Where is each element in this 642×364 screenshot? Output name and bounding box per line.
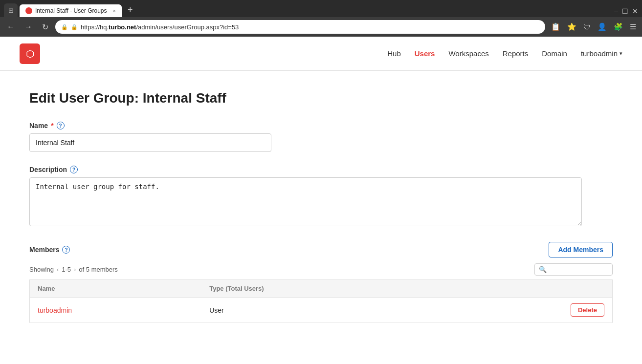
bookmark-list-icon[interactable]: 📋 [549,21,562,33]
members-label-text: Members [29,246,59,254]
nav-admin-arrow: ▾ [620,50,622,57]
lock-icon: 🔒 [71,24,78,30]
col-type-header: Type (Total Users) [201,280,442,298]
nav-admin-label: turboadmin [581,49,618,58]
required-star: * [51,122,53,129]
description-label-text: Description [29,166,67,173]
name-help-icon[interactable]: ? [57,122,65,129]
search-box[interactable]: 🔍 [534,263,613,276]
app-nav: Hub Users Workspaces Reports Domain turb… [387,49,622,58]
add-members-button[interactable]: Add Members [549,242,613,257]
search-icon: 🔍 [539,266,547,273]
app-header: ⬡ Hub Users Workspaces Reports Domain tu… [0,37,642,71]
security-icon: 🔒 [61,24,68,30]
name-label-text: Name [29,122,48,129]
member-actions-cell: Delete [442,298,612,323]
tab-close-button[interactable]: × [113,8,116,14]
shield-icon[interactable]: 🛡 [581,21,593,33]
members-subheader: Showing ‹ 1-5 › of 5 members 🔍 [29,263,613,276]
window-close-button[interactable]: ✕ [632,7,638,15]
window-maximize-button[interactable]: ☐ [622,7,628,15]
name-input[interactable] [29,133,271,152]
profile-icon[interactable]: 👤 [596,21,609,33]
member-name-link[interactable]: turboadmin [38,306,72,314]
delete-button[interactable]: Delete [571,303,604,317]
extensions-icon[interactable]: 🧩 [612,21,625,33]
col-name-header: Name [30,280,202,298]
window-minimize-button[interactable]: – [614,7,618,15]
description-textarea[interactable]: Internal user group for staff. [29,177,582,226]
description-form-group: Description ? Internal user group for st… [29,166,613,228]
address-bar[interactable]: 🔒 🔒 https://hq.turbo.net/admin/users/use… [55,20,545,34]
nav-workspaces[interactable]: Workspaces [448,49,488,58]
members-table-head: Name Type (Total Users) [30,280,613,298]
logo-icon: ⬡ [26,48,34,60]
forward-button[interactable]: → [22,21,35,33]
url-display: https://hq.turbo.net/admin/users/userGro… [81,23,239,31]
description-label: Description ? [29,166,613,173]
name-label: Name* ? [29,122,613,129]
nav-users[interactable]: Users [415,49,435,58]
members-table: Name Type (Total Users) turboadmin User … [29,279,613,323]
members-section: Members ? Add Members Showing ‹ 1-5 › of… [29,242,613,323]
browser-toolbar: ← → ↻ 🔒 🔒 https://hq.turbo.net/admin/use… [0,17,642,37]
tab-grid-icon[interactable]: ⊞ [4,3,18,17]
app-logo[interactable]: ⬡ [20,43,40,64]
showing-prefix: Showing [29,266,54,273]
new-tab-button[interactable]: + [124,3,137,17]
tab-title: Internal Staff - User Groups [35,7,107,14]
toolbar-icons: 📋 ⭐ 🛡 👤 🧩 ☰ [549,21,638,33]
active-tab[interactable]: Internal Staff - User Groups × [20,4,122,17]
pagination-next[interactable]: › [73,266,77,273]
nav-reports[interactable]: Reports [503,49,529,58]
star-icon[interactable]: ⭐ [565,21,578,33]
page-title: Edit User Group: Internal Staff [29,90,613,106]
refresh-button[interactable]: ↻ [39,21,51,34]
col-actions-header [442,280,612,298]
nav-domain[interactable]: Domain [542,49,567,58]
members-header: Members ? Add Members [29,242,613,257]
member-name-cell: turboadmin [30,298,202,323]
main-content: Edit User Group: Internal Staff Name* ? … [0,71,642,356]
showing-text: Showing ‹ 1-5 › of 5 members [29,266,118,273]
search-input[interactable] [550,266,608,273]
table-row: turboadmin User Delete [30,298,613,323]
nav-hub[interactable]: Hub [387,49,401,58]
showing-range: 1-5 [62,266,71,273]
members-label: Members ? [29,246,70,254]
pagination-prev[interactable]: ‹ [56,266,60,273]
menu-icon[interactable]: ☰ [628,21,638,33]
back-button[interactable]: ← [4,21,18,33]
members-table-header-row: Name Type (Total Users) [30,280,613,298]
showing-suffix: of 5 members [79,266,117,273]
members-table-body: turboadmin User Delete [30,298,613,323]
description-help-icon[interactable]: ? [70,166,78,173]
nav-admin-dropdown[interactable]: turboadmin ▾ [581,49,622,58]
tab-favicon-icon [25,7,32,14]
name-form-group: Name* ? [29,122,613,152]
member-type-cell: User [201,298,442,323]
members-help-icon[interactable]: ? [62,246,70,254]
